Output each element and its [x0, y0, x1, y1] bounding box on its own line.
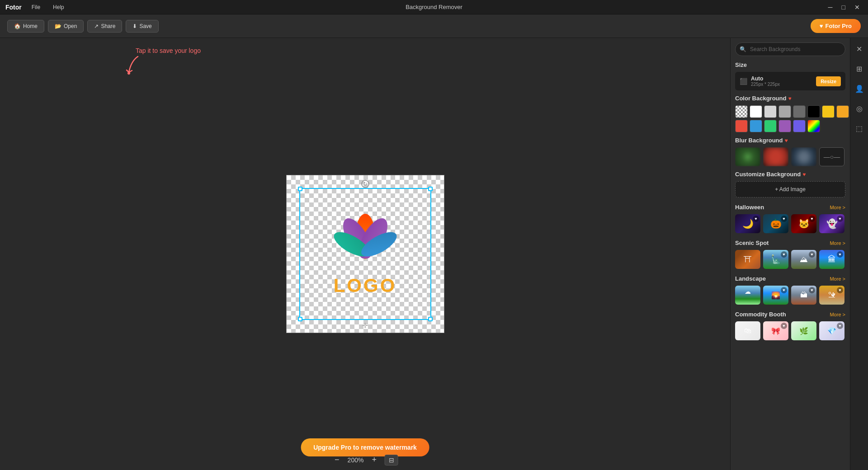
canvas-wrapper[interactable]: LOGO ↻ ✛	[286, 175, 444, 333]
zoom-out-button[interactable]: −	[332, 454, 342, 465]
scenic-thumb-4[interactable]: 🏛 ♥	[819, 250, 844, 269]
halloween-3-heart-icon: ♥	[809, 216, 815, 222]
move-handle[interactable]: ✛	[362, 321, 368, 330]
minimize-button[interactable]: ─	[826, 3, 835, 12]
halloween-more-link[interactable]: More >	[830, 205, 845, 210]
color-orange[interactable]	[836, 105, 849, 118]
color-white[interactable]	[750, 105, 762, 118]
rotate-handle[interactable]: ↻	[361, 180, 369, 188]
main-layout: Tap it to save your logo	[0, 38, 868, 470]
blur-item-1[interactable]	[735, 147, 760, 166]
canvas-image: LOGO ↻ ✛	[286, 175, 444, 333]
person-icon[interactable]: 👤	[853, 82, 866, 95]
customize-bg-heart-icon: ♥	[802, 171, 806, 178]
home-button[interactable]: 🏠 Home	[7, 20, 44, 33]
logo-container: LOGO	[299, 188, 431, 320]
color-yellow[interactable]	[822, 105, 835, 118]
shapes-icon[interactable]: ◎	[853, 102, 866, 115]
commodity-4-heart-icon: ♥	[837, 323, 843, 329]
commodity-thumb-1[interactable]: 🛍	[735, 321, 760, 340]
commodity-thumb-3[interactable]: 🌿	[791, 321, 816, 340]
blur-item-2[interactable]	[763, 147, 788, 166]
color-red[interactable]	[735, 120, 748, 132]
scenic-4-heart-icon: ♥	[837, 251, 843, 258]
size-section-title: Size	[735, 61, 845, 68]
app-name: Fotor	[5, 4, 22, 11]
landscape-thumb-3[interactable]: 🏔 ♥	[791, 286, 816, 305]
color-rainbow[interactable]	[807, 120, 820, 132]
scenic-thumb-1[interactable]: ⛩	[735, 250, 760, 269]
color-violet[interactable]	[793, 120, 806, 132]
resize-button[interactable]: Resize	[816, 76, 841, 86]
blur-settings-button[interactable]: —○—	[819, 147, 844, 166]
scenic-2-heart-icon: ♥	[781, 251, 787, 258]
landscape-thumb-1[interactable]: ☁	[735, 286, 760, 305]
landscape-2-heart-icon: ♥	[781, 287, 787, 293]
size-row: ⬛ Auto 225px * 225px Resize	[735, 72, 845, 90]
search-input[interactable]	[735, 42, 845, 56]
landscape-header: Landscape More >	[735, 275, 845, 282]
upgrade-button[interactable]: Upgrade Pro to remove watermark	[301, 438, 429, 456]
add-image-button[interactable]: + Add Image	[735, 181, 845, 197]
blur-settings-icon: —○—	[824, 153, 840, 160]
zoom-fit-button[interactable]: ⊟	[385, 455, 398, 465]
halloween-thumb-2[interactable]: 🎃 ♥	[763, 214, 788, 233]
blur-bg-heart-icon: ♥	[784, 137, 788, 144]
commodity-thumb-4[interactable]: 💎 ♥	[819, 321, 844, 340]
template-icon[interactable]: ⬚	[853, 122, 866, 135]
menu-file[interactable]: File	[29, 3, 43, 11]
window-title: Background Remover	[406, 4, 462, 10]
zoom-in-button[interactable]: +	[369, 454, 379, 465]
halloween-4-heart-icon: ♥	[837, 216, 843, 222]
size-icon: ⬛	[740, 78, 747, 85]
landscape-thumb-4[interactable]: 🏜 ♥	[819, 286, 844, 305]
blur-bg-title: Blur Background ♥	[735, 137, 845, 144]
title-bar: Fotor File Help Background Remover ─ □ ✕	[0, 0, 868, 14]
halloween-thumb-4[interactable]: 👻 ♥	[819, 214, 844, 233]
fotor-pro-button[interactable]: ♥ Fotor Pro	[811, 19, 861, 33]
color-medium-gray[interactable]	[778, 105, 791, 118]
halloween-thumb-3[interactable]: 🐱 ♥	[791, 214, 816, 233]
scenic-thumb-2[interactable]: 🗽 ♥	[763, 250, 788, 269]
home-icon: 🏠	[14, 23, 21, 29]
commodity-more-link[interactable]: More >	[830, 312, 845, 317]
scenic-more-link[interactable]: More >	[830, 240, 845, 246]
window-controls: ─ □ ✕	[826, 3, 863, 12]
scenic-title: Scenic Spot	[735, 240, 769, 246]
landscape-more-link[interactable]: More >	[830, 276, 845, 282]
commodity-thumb-2[interactable]: 🎀 ♥	[763, 321, 788, 340]
size-dims: 225px * 225px	[751, 82, 812, 87]
color-black[interactable]	[807, 105, 820, 118]
share-button[interactable]: ↗ Share	[87, 20, 122, 33]
save-icon: ⬇	[132, 23, 137, 29]
scenic-thumb-3[interactable]: ⛰ ♥	[791, 250, 816, 269]
landscape-title: Landscape	[735, 275, 766, 282]
save-button[interactable]: ⬇ Save	[126, 20, 158, 33]
color-dark-gray[interactable]	[793, 105, 806, 118]
color-green[interactable]	[764, 120, 777, 132]
color-grid	[735, 105, 845, 132]
svg-point-0	[127, 72, 130, 75]
menu-help[interactable]: Help	[50, 3, 67, 11]
customize-background-section: Customize Background ♥ + Add Image	[735, 171, 845, 204]
landscape-thumb-2[interactable]: 🌄 ♥	[763, 286, 788, 305]
size-section: Size ⬛ Auto 225px * 225px Resize	[735, 61, 845, 90]
grid-icon[interactable]: ⊞	[853, 62, 866, 75]
halloween-1-heart-icon: ♥	[753, 216, 759, 222]
close-panel-icon[interactable]: ✕	[853, 42, 866, 55]
blur-item-3[interactable]	[791, 147, 816, 166]
commodity-header: Commodity Booth More >	[735, 311, 845, 318]
halloween-section: Halloween More > 🌙 ♥ 🎃 ♥ 🐱 ♥ 👻	[735, 204, 845, 233]
halloween-header: Halloween More >	[735, 204, 845, 211]
color-purple[interactable]	[778, 120, 791, 132]
open-button[interactable]: 📂 Open	[48, 20, 84, 33]
color-transparent[interactable]	[735, 105, 748, 118]
landscape-3-heart-icon: ♥	[809, 287, 815, 293]
color-background-section: Color Background ♥	[735, 95, 845, 132]
color-blue[interactable]	[750, 120, 762, 132]
maximize-button[interactable]: □	[839, 3, 848, 12]
close-button[interactable]: ✕	[852, 3, 863, 12]
commodity-grid: 🛍 🎀 ♥ 🌿 💎 ♥	[735, 321, 845, 340]
halloween-thumb-1[interactable]: 🌙 ♥	[735, 214, 760, 233]
color-light-gray[interactable]	[764, 105, 777, 118]
